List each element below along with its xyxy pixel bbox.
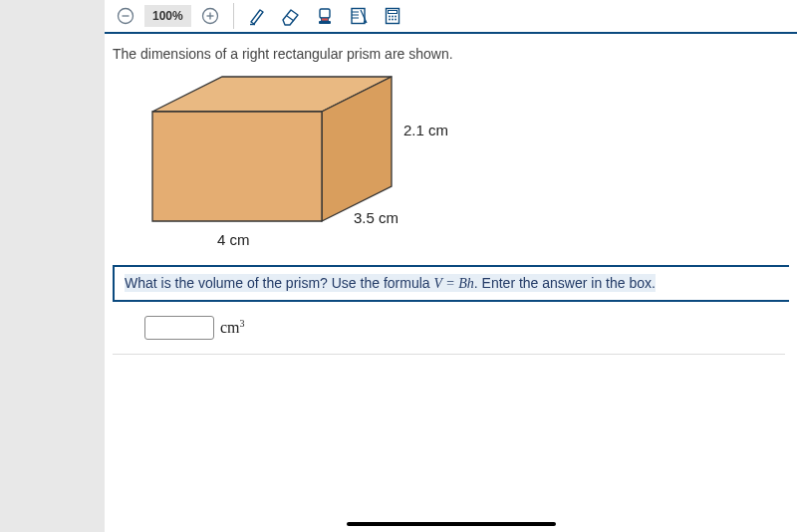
svg-marker-24 [152,112,322,221]
svg-rect-10 [352,9,365,24]
zoom-level: 100% [144,5,191,27]
svg-line-6 [287,16,294,21]
formula-rhs: Bh [458,276,474,291]
zoom-in-icon [201,7,219,25]
answer-unit: cm3 [220,318,245,337]
dimension-width: 4 cm [217,231,250,248]
svg-rect-9 [319,21,331,24]
svg-point-21 [395,19,397,21]
answer-input[interactable] [144,316,214,340]
calculator-button[interactable] [378,1,407,31]
dimension-height: 2.1 cm [403,122,448,138]
calculator-icon [383,6,402,26]
svg-point-16 [389,16,391,18]
svg-rect-15 [388,11,397,14]
left-gutter [0,0,105,532]
question-prefix: What is the volume of the prism? Use the… [125,275,433,291]
svg-rect-8 [321,18,328,21]
toolbar-divider [233,3,234,29]
svg-point-18 [395,16,397,18]
problem-content: The dimensions of a right rectangular pr… [105,34,797,532]
svg-point-19 [389,19,391,21]
zoom-out-icon [117,7,134,25]
svg-point-17 [392,16,394,18]
highlighter-tool-button[interactable] [310,1,340,31]
ruler-icon [349,6,369,26]
answer-row: cm3 [113,302,785,355]
toolbar: 100% [105,0,797,34]
home-indicator [347,522,556,526]
unit-base: cm [220,320,240,337]
unit-exponent: 3 [240,318,245,329]
question-suffix: . Enter the answer in the box. [474,275,656,291]
dimension-depth: 3.5 cm [354,209,398,226]
formula-lhs: V [433,276,441,291]
ruler-tool-button[interactable] [344,1,374,31]
zoom-out-button[interactable] [111,1,140,31]
highlighter-icon [315,6,335,26]
svg-point-20 [392,19,394,21]
pen-tool-button[interactable] [242,1,272,31]
problem-intro: The dimensions of a right rectangular pr… [113,46,789,62]
pen-icon [247,6,267,26]
prism-figure: 2.1 cm 3.5 cm 4 cm [133,72,471,261]
zoom-in-button[interactable] [195,1,225,31]
eraser-tool-button[interactable] [276,1,306,31]
formula-eq: = [442,276,458,291]
eraser-icon [280,6,302,26]
question-bar: What is the volume of the prism? Use the… [113,265,789,302]
svg-rect-7 [320,9,330,18]
